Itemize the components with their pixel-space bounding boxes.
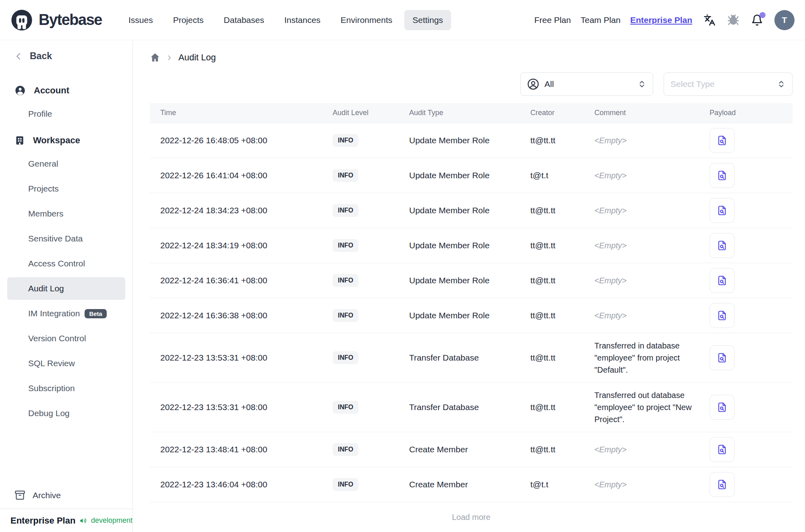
sidebar-item-label: SQL Review bbox=[28, 359, 75, 368]
bug-report-button[interactable] bbox=[727, 14, 740, 27]
nav-item-instances[interactable]: Instances bbox=[276, 10, 329, 30]
creator-cell: t@t.t bbox=[530, 480, 594, 489]
table-row: 2022-12-24 18:34:23 +08:00INFOUpdate Mem… bbox=[150, 193, 793, 228]
audit-type-cell: Update Member Role bbox=[409, 206, 530, 215]
creator-cell: tt@tt.tt bbox=[530, 206, 594, 215]
translate-button[interactable] bbox=[703, 14, 716, 27]
sidebar-item-projects[interactable]: Projects bbox=[7, 177, 125, 200]
audit-level-badge: INFO bbox=[333, 443, 358, 456]
payload-view-button[interactable] bbox=[710, 233, 735, 258]
user-circle-icon bbox=[14, 85, 26, 96]
table-row: 2022-12-24 18:34:19 +08:00INFOUpdate Mem… bbox=[150, 228, 793, 263]
table-body: 2022-12-26 16:48:05 +08:00INFOUpdate Mem… bbox=[150, 123, 793, 502]
sidebar-footer: Enterprise Plan development bbox=[0, 509, 132, 532]
table-row: 2022-12-24 16:36:38 +08:00INFOUpdate Mem… bbox=[150, 298, 793, 333]
sidebar-section-account: AccountProfile bbox=[0, 82, 132, 125]
settings-sidebar: Back AccountProfileWorkspaceGeneralProje… bbox=[0, 40, 133, 532]
payload-view-button[interactable] bbox=[710, 345, 735, 370]
sidebar-item-archive[interactable]: Archive bbox=[0, 490, 132, 501]
audit-type-cell: Update Member Role bbox=[409, 241, 530, 250]
sidebar-item-version-control[interactable]: Version Control bbox=[7, 327, 125, 350]
back-label: Back bbox=[30, 51, 52, 62]
audit-log-table: TimeAudit LevelAudit TypeCreatorCommentP… bbox=[150, 103, 793, 502]
select-arrows-icon bbox=[637, 79, 646, 89]
creator-cell: tt@tt.tt bbox=[530, 445, 594, 454]
time-cell: 2022-12-24 16:36:41 +08:00 bbox=[150, 276, 333, 285]
sidebar-item-audit-log[interactable]: Audit Log bbox=[7, 277, 125, 300]
creator-cell: tt@tt.tt bbox=[530, 402, 594, 412]
table-row: 2022-12-23 13:46:04 +08:00INFOCreate Mem… bbox=[150, 467, 793, 502]
notifications-button[interactable] bbox=[751, 14, 764, 27]
section-title: Account bbox=[34, 85, 69, 96]
sidebar-item-label: Members bbox=[28, 209, 64, 219]
column-header-payload: Payload bbox=[710, 109, 793, 117]
nav-item-databases[interactable]: Databases bbox=[216, 10, 272, 30]
audit-type-cell: Update Member Role bbox=[409, 171, 530, 180]
bytebase-logo-icon bbox=[10, 9, 33, 31]
nav-item-projects[interactable]: Projects bbox=[165, 10, 212, 30]
team-plan-link[interactable]: Team Plan bbox=[581, 15, 621, 25]
free-plan-link[interactable]: Free Plan bbox=[534, 15, 571, 25]
environment-label: development bbox=[91, 516, 132, 525]
file-search-icon bbox=[716, 444, 728, 455]
select-arrows-icon bbox=[777, 79, 786, 89]
sidebar-item-label: Version Control bbox=[28, 334, 86, 343]
audit-level-badge: INFO bbox=[333, 478, 358, 491]
sidebar-item-label: Audit Log bbox=[28, 284, 64, 293]
archive-label: Archive bbox=[33, 491, 61, 500]
sidebar-item-sensitive-data[interactable]: Sensitive Data bbox=[7, 227, 125, 250]
audit-level-badge: INFO bbox=[333, 351, 358, 364]
payload-view-button[interactable] bbox=[710, 437, 735, 462]
type-filter-select[interactable]: Select Type bbox=[664, 72, 793, 96]
payload-view-button[interactable] bbox=[710, 303, 735, 328]
back-button[interactable]: Back bbox=[14, 51, 132, 62]
comment-cell: Transferred out database "employee" to p… bbox=[594, 383, 710, 432]
sidebar-item-profile[interactable]: Profile bbox=[7, 103, 125, 125]
speaker-icon bbox=[79, 516, 87, 526]
user-avatar[interactable]: T bbox=[774, 10, 795, 30]
main-nav: IssuesProjectsDatabasesInstancesEnvironm… bbox=[120, 10, 451, 30]
column-header-creator: Creator bbox=[530, 109, 594, 117]
audit-level-badge: INFO bbox=[333, 309, 358, 322]
creator-filter-select[interactable]: All bbox=[520, 72, 653, 96]
sidebar-item-members[interactable]: Members bbox=[7, 202, 125, 225]
sidebar-item-access-control[interactable]: Access Control bbox=[7, 252, 125, 275]
file-search-icon bbox=[716, 275, 728, 286]
file-search-icon bbox=[716, 479, 728, 490]
file-search-icon bbox=[716, 205, 728, 216]
payload-view-button[interactable] bbox=[710, 128, 735, 153]
audit-type-cell: Create Member bbox=[409, 480, 530, 489]
comment-empty: <Empty> bbox=[594, 171, 627, 180]
payload-view-button[interactable] bbox=[710, 472, 735, 497]
payload-view-button[interactable] bbox=[710, 268, 735, 293]
archive-icon bbox=[14, 490, 25, 501]
comment-empty: <Empty> bbox=[594, 445, 627, 454]
sidebar-section-header-workspace: Workspace bbox=[14, 132, 132, 149]
payload-view-button[interactable] bbox=[710, 198, 735, 223]
nav-item-issues[interactable]: Issues bbox=[120, 10, 161, 30]
audit-type-cell: Transfer Database bbox=[409, 353, 530, 363]
load-more-button[interactable]: Load more bbox=[150, 513, 793, 522]
payload-view-button[interactable] bbox=[710, 395, 735, 420]
comment-cell: Transferred in database "employee" from … bbox=[594, 333, 710, 382]
chevron-right-icon bbox=[166, 54, 173, 61]
nav-item-settings[interactable]: Settings bbox=[404, 10, 451, 30]
sidebar-item-im-integration[interactable]: IM IntegrationBeta bbox=[7, 302, 125, 325]
enterprise-plan-link[interactable]: Enterprise Plan bbox=[630, 15, 692, 25]
bytebase-logo[interactable]: Bytebase bbox=[10, 9, 102, 31]
time-cell: 2022-12-24 18:34:19 +08:00 bbox=[150, 241, 333, 250]
main-content: Audit Log All Select Type bbox=[150, 40, 793, 532]
time-cell: 2022-12-26 16:48:05 +08:00 bbox=[150, 136, 333, 145]
breadcrumb-home[interactable] bbox=[150, 52, 160, 63]
sidebar-item-sql-review[interactable]: SQL Review bbox=[7, 352, 125, 375]
building-icon bbox=[14, 135, 25, 146]
sidebar-item-debug-log[interactable]: Debug Log bbox=[7, 402, 125, 425]
sidebar-item-subscription[interactable]: Subscription bbox=[7, 377, 125, 400]
comment-empty: <Empty> bbox=[594, 241, 627, 250]
time-cell: 2022-12-23 13:53:31 +08:00 bbox=[150, 353, 333, 363]
sidebar-item-label: Sensitive Data bbox=[28, 234, 83, 243]
nav-item-environments[interactable]: Environments bbox=[333, 10, 400, 30]
payload-view-button[interactable] bbox=[710, 163, 735, 188]
sidebar-item-general[interactable]: General bbox=[7, 153, 125, 175]
type-filter-placeholder: Select Type bbox=[670, 79, 714, 89]
